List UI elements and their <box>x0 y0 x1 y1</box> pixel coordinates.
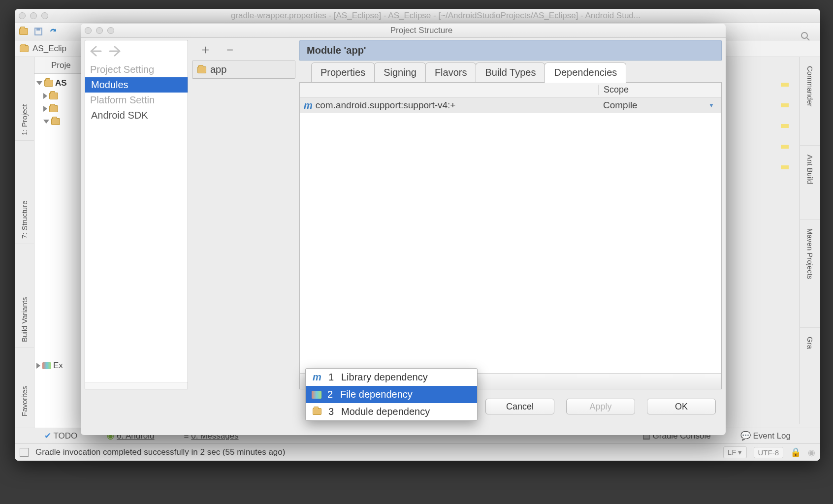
scope-selector[interactable]: Compile ▼ <box>598 100 721 111</box>
collapse-icon[interactable] <box>43 106 47 112</box>
popup-item-module-dependency[interactable]: 3 Module dependency <box>306 403 477 420</box>
module-folder-icon <box>197 66 206 73</box>
tool-favorites[interactable]: Favorites <box>15 347 34 421</box>
add-module-button[interactable]: ＋ <box>199 41 212 58</box>
marker-icon[interactable] <box>781 103 789 107</box>
tab-build-types[interactable]: Build Types <box>476 63 545 82</box>
modules-list: app <box>192 61 295 79</box>
tool-project[interactable]: 1: Project <box>15 57 34 141</box>
folder-icon <box>51 118 60 125</box>
cancel-button[interactable]: Cancel <box>485 399 554 414</box>
libraries-icon <box>42 362 51 369</box>
tab-signing[interactable]: Signing <box>374 63 426 82</box>
close-window-icon[interactable] <box>19 12 26 19</box>
settings-nav <box>85 40 188 62</box>
svg-line-3 <box>807 38 809 40</box>
tab-properties[interactable]: Properties <box>311 63 375 82</box>
tab-flavors[interactable]: Flavors <box>425 63 477 82</box>
tab-event-log[interactable]: 💬 Event Log <box>740 431 791 441</box>
settings-item-modules[interactable]: Modules <box>85 77 188 93</box>
dependencies-table-header: Scope <box>300 83 721 97</box>
traffic-lights <box>85 27 114 34</box>
popup-item-library-dependency[interactable]: m 1 Library dependency <box>306 369 477 386</box>
main-titlebar: gradle-wrapper.properties - [AS_Eclipse]… <box>15 9 820 23</box>
svg-rect-1 <box>36 28 40 31</box>
expand-icon[interactable] <box>43 120 49 124</box>
minimize-window-icon[interactable] <box>96 27 103 34</box>
dependencies-table-body: m com.android.support:support-v4:+ Compi… <box>300 97 721 373</box>
popup-item-file-dependency[interactable]: 2 File dependency <box>306 386 477 403</box>
settings-item-android-sdk[interactable]: Android SDK <box>85 108 188 123</box>
apply-button[interactable]: Apply <box>566 399 635 414</box>
folder-icon <box>44 80 53 87</box>
right-tool-strip: Commander Ant Build Maven Projects Gra <box>800 57 820 424</box>
sync-icon[interactable] <box>48 27 58 36</box>
settings-group-project: Project Setting <box>85 62 188 77</box>
tool-structure[interactable]: 7: Structure <box>15 141 34 244</box>
settings-group-platform: Platform Settin <box>85 93 188 108</box>
tab-todo[interactable]: ✔ TODO <box>44 431 77 441</box>
tool-commander[interactable]: Commander <box>800 57 820 146</box>
forward-icon[interactable] <box>109 46 121 57</box>
maven-icon: m <box>304 100 313 111</box>
search-button[interactable] <box>796 29 815 44</box>
marker-icon[interactable] <box>781 83 789 87</box>
module-details-panel: Module 'app' Properties Signing Flavors … <box>299 40 722 389</box>
table-row[interactable]: m com.android.support:support-v4:+ Compi… <box>300 97 721 113</box>
status-icon[interactable] <box>20 448 29 457</box>
settings-list: Project Setting Modules Platform Settin … <box>85 40 188 389</box>
breadcrumb-item[interactable]: AS_Eclip <box>32 44 66 54</box>
module-item-app[interactable]: app <box>192 61 295 78</box>
tool-maven-projects[interactable]: Maven Projects <box>800 220 820 328</box>
close-window-icon[interactable] <box>85 27 92 34</box>
window-title: gradle-wrapper.properties - [AS_Eclipse]… <box>55 11 816 21</box>
expand-icon[interactable] <box>36 81 42 85</box>
lock-icon[interactable]: 🔒 <box>790 447 801 458</box>
status-message: Gradle invocation completed successfully… <box>35 447 285 457</box>
maven-icon: m <box>312 372 322 383</box>
tool-gradle[interactable]: Gra <box>800 328 820 372</box>
libraries-icon <box>312 391 321 399</box>
scrollbar-horizontal[interactable] <box>85 382 188 389</box>
status-bar: Gradle invocation completed successfully… <box>15 443 820 461</box>
svg-point-2 <box>801 32 807 38</box>
zoom-window-icon[interactable] <box>41 12 48 19</box>
module-header: Module 'app' <box>299 40 722 61</box>
marker-icon[interactable] <box>781 165 789 169</box>
folder-icon <box>312 406 322 417</box>
remove-module-button[interactable]: － <box>224 41 236 58</box>
tab-dependencies[interactable]: Dependencies <box>545 63 626 83</box>
module-tabs: Properties Signing Flavors Build Types D… <box>299 61 722 82</box>
dialog-titlebar: Project Structure <box>81 24 726 38</box>
ok-button[interactable]: OK <box>647 399 716 414</box>
add-dependency-popup: m 1 Library dependency 2 File dependency… <box>305 368 478 421</box>
folder-icon <box>20 45 29 52</box>
column-scope[interactable]: Scope <box>598 85 721 95</box>
line-separator-selector[interactable]: LF ▾ <box>723 446 747 458</box>
minimize-window-icon[interactable] <box>30 12 37 19</box>
open-icon[interactable] <box>19 27 29 36</box>
marker-icon[interactable] <box>781 124 789 128</box>
collapse-icon[interactable] <box>36 363 40 369</box>
folder-icon <box>49 93 58 99</box>
dialog-title: Project Structure <box>121 26 722 35</box>
back-icon[interactable] <box>90 46 102 57</box>
save-icon[interactable] <box>33 27 43 36</box>
zoom-window-icon[interactable] <box>107 27 114 34</box>
editor-markers <box>781 83 793 186</box>
folder-icon <box>49 105 58 112</box>
tool-ant-build[interactable]: Ant Build <box>800 146 820 220</box>
encoding-selector[interactable]: UTF-8 <box>754 447 784 458</box>
inspector-icon[interactable]: ◉ <box>808 447 815 458</box>
tool-build-variants[interactable]: Build Variants <box>15 244 34 347</box>
dropdown-icon: ▼ <box>708 102 714 109</box>
collapse-icon[interactable] <box>43 93 47 99</box>
dependency-name: com.android.support:support-v4:+ <box>316 100 456 111</box>
marker-icon[interactable] <box>781 145 789 149</box>
traffic-lights <box>19 12 48 19</box>
left-tool-strip: 1: Project 7: Structure Build Variants F… <box>15 57 34 436</box>
dependencies-panel: Scope m com.android.support:support-v4:+… <box>299 82 722 389</box>
